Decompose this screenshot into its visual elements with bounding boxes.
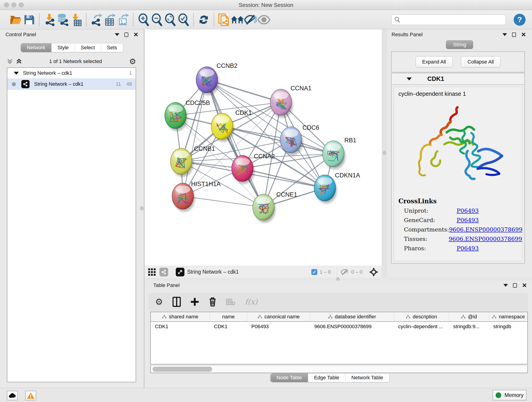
- import-table-icon: [70, 13, 82, 26]
- crosslink-link[interactable]: 9606.ENSP00000378699: [449, 236, 522, 242]
- node-CCNB2[interactable]: CCNB2: [196, 62, 238, 95]
- warning-button[interactable]: [25, 391, 36, 400]
- scrollbar-thumb[interactable]: [152, 367, 212, 372]
- collection-expand-icon[interactable]: [14, 72, 19, 75]
- tab-network[interactable]: Network: [21, 43, 51, 52]
- crosslink-link[interactable]: P06493: [457, 207, 479, 214]
- collapse-all-networks-icon[interactable]: [16, 58, 22, 65]
- zoom-fit-button[interactable]: [163, 12, 177, 27]
- apply-layout-button[interactable]: [197, 12, 210, 27]
- import-network-file-button[interactable]: [43, 12, 56, 27]
- tab-network-table[interactable]: Network Table: [346, 373, 389, 382]
- crosslink-link[interactable]: P06493: [457, 217, 479, 223]
- network-options-gear-icon[interactable]: ⚙: [129, 57, 136, 65]
- node-CCNA1[interactable]: CCNA1: [270, 85, 312, 118]
- collapse-panel-icon[interactable]: [502, 33, 507, 36]
- node-HIST1H1A[interactable]: HIST1H1A: [172, 181, 221, 212]
- crosslink-row: Pharos:P06493: [404, 245, 522, 252]
- tab-style[interactable]: Style: [51, 43, 75, 52]
- column-header-canonical-name[interactable]: canonical name: [247, 312, 310, 321]
- collapse-panel-icon[interactable]: [115, 33, 119, 36]
- close-panel-icon[interactable]: ✕: [521, 32, 526, 38]
- network-graph[interactable]: CCNB2CCNA1CDC25BCDK1CDC6RB1CCNB1CCNA2CDK…: [145, 29, 382, 266]
- selected-checkbox-icon[interactable]: ✓: [311, 269, 317, 275]
- import-network-database-button[interactable]: [56, 12, 70, 27]
- import-table-file-button[interactable]: [70, 12, 83, 27]
- network-row-selected[interactable]: String Network – cdk1 11 48: [7, 78, 136, 90]
- search-input[interactable]: [403, 17, 503, 23]
- float-panel-icon[interactable]: [512, 32, 516, 37]
- splitter-grip[interactable]: [140, 206, 143, 211]
- add-column-icon[interactable]: [190, 298, 199, 306]
- table-cell[interactable]: stringdb:9...: [449, 322, 489, 332]
- crosslink-link[interactable]: P06493: [457, 245, 479, 252]
- export-table-button[interactable]: [103, 12, 116, 27]
- float-panel-icon[interactable]: [124, 32, 128, 37]
- show-columns-icon[interactable]: [172, 297, 181, 307]
- network-canvas[interactable]: CCNB2CCNA1CDC25BCDK1CDC6RB1CCNB1CCNA2CDK…: [145, 29, 382, 266]
- birdseye-toggle-icon[interactable]: [369, 267, 379, 277]
- crosslink-link[interactable]: 9606.ENSP00000378699: [449, 226, 522, 233]
- table-horizontal-scrollbar[interactable]: [150, 365, 528, 373]
- expand-all-button[interactable]: Expand All: [416, 56, 453, 67]
- node-label-CCNA2: CCNA2: [254, 153, 275, 160]
- hidden-eye-icon[interactable]: [341, 269, 349, 275]
- tab-node-table[interactable]: Node Table: [271, 373, 308, 382]
- close-panel-icon[interactable]: ✕: [133, 32, 138, 38]
- close-panel-icon[interactable]: ✕: [522, 282, 527, 288]
- tab-select[interactable]: Select: [75, 43, 101, 52]
- column-header-name[interactable]: name: [210, 312, 247, 321]
- column-header-database-identifier[interactable]: database identifier: [310, 312, 394, 321]
- tab-edge-table[interactable]: Edge Table: [308, 373, 346, 382]
- zoom-out-button[interactable]: [150, 12, 163, 27]
- export-image-button[interactable]: [116, 12, 130, 27]
- column-header-@id[interactable]: @id: [449, 312, 489, 321]
- splitter-grip[interactable]: [383, 151, 386, 155]
- memory-button[interactable]: Memory: [493, 390, 526, 400]
- footer-separator: [337, 268, 337, 277]
- network-overview-icon[interactable]: [159, 268, 168, 276]
- node-CDKN1A[interactable]: CDKN1A: [314, 172, 360, 204]
- table-cell[interactable]: CDK1: [210, 322, 247, 332]
- network-collection-row[interactable]: String Network – cdk1 1: [7, 68, 136, 78]
- node-CDC6[interactable]: CDC6: [280, 124, 319, 155]
- table-options-gear-icon[interactable]: ⚙: [155, 298, 163, 306]
- open-in-new-window-icon[interactable]: [176, 268, 184, 276]
- export-network-button[interactable]: [90, 12, 103, 27]
- column-header-label: canonical name: [264, 314, 300, 320]
- zoom-in-button[interactable]: [137, 12, 150, 27]
- node-CCNE1[interactable]: CCNE1: [253, 191, 298, 223]
- tab-sets[interactable]: Sets: [101, 43, 123, 52]
- open-session-button[interactable]: [9, 12, 22, 27]
- save-session-button[interactable]: [22, 12, 36, 27]
- table-cell[interactable]: CDK1: [151, 322, 210, 332]
- cloud-button[interactable]: [7, 391, 18, 400]
- help-button[interactable]: ?: [514, 14, 526, 26]
- node-table[interactable]: shared namenamecanonical namedatabase id…: [150, 312, 528, 364]
- column-header-description[interactable]: description: [394, 312, 449, 321]
- section-expand-icon[interactable]: [407, 77, 412, 80]
- collapse-all-button[interactable]: Collapse All: [461, 56, 500, 67]
- node-CCNB1[interactable]: CCNB1: [171, 145, 215, 177]
- show-all-button[interactable]: [257, 12, 271, 27]
- clone-network-button[interactable]: [217, 12, 231, 27]
- zoom-selected-button[interactable]: [177, 12, 190, 27]
- table-cell[interactable]: P06493: [247, 322, 310, 332]
- table-cell[interactable]: stringdb: [489, 322, 528, 332]
- hide-selected-button[interactable]: [244, 12, 257, 27]
- float-panel-icon[interactable]: [513, 283, 517, 288]
- collapse-panel-icon[interactable]: [503, 284, 508, 287]
- node-section-header[interactable]: CDK1: [392, 73, 525, 85]
- first-neighbors-button[interactable]: [231, 12, 244, 27]
- table-cell[interactable]: 9606.ENSP00000378699: [310, 322, 394, 332]
- column-header-namespace[interactable]: namespace: [489, 312, 528, 321]
- node-RB1[interactable]: RB1: [323, 137, 356, 169]
- birdseye-grid-icon[interactable]: [148, 268, 156, 276]
- expand-all-networks-icon[interactable]: [7, 58, 13, 65]
- delete-column-icon[interactable]: [209, 297, 216, 307]
- tab-string[interactable]: String: [446, 40, 473, 49]
- column-header-shared-name[interactable]: shared name: [151, 312, 210, 321]
- table-row[interactable]: CDK1CDK1P064939606.ENSP00000378699cyclin…: [151, 322, 527, 332]
- node-CDC25B[interactable]: CDC25B: [165, 99, 210, 131]
- table-cell[interactable]: cyclin–dependent ...: [394, 322, 449, 332]
